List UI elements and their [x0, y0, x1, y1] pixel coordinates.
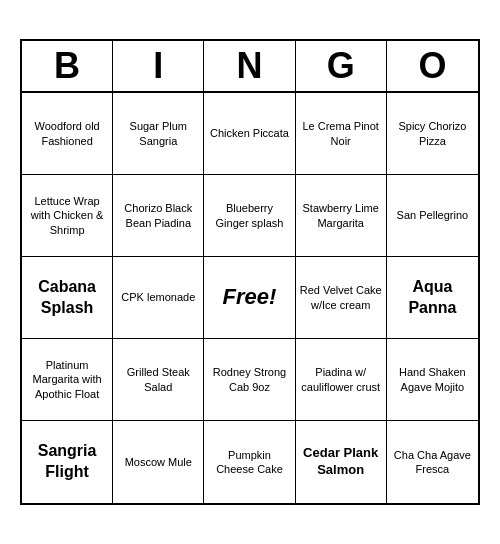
header-letter-b: B	[22, 41, 113, 91]
bingo-cell-16: Grilled Steak Salad	[113, 339, 204, 421]
bingo-cell-2: Chicken Piccata	[204, 93, 295, 175]
bingo-cell-19: Hand Shaken Agave Mojito	[387, 339, 478, 421]
bingo-cell-23: Cedar Plank Salmon	[296, 421, 387, 503]
bingo-cell-17: Rodney Strong Cab 9oz	[204, 339, 295, 421]
bingo-card: BINGO Woodford old FashionedSugar Plum S…	[20, 39, 480, 505]
bingo-cell-8: Stawberry Lime Margarita	[296, 175, 387, 257]
header-letter-n: N	[204, 41, 295, 91]
bingo-cell-13: Red Velvet Cake w/Ice cream	[296, 257, 387, 339]
bingo-cell-15: Platinum Margarita with Apothic Float	[22, 339, 113, 421]
bingo-cell-5: Lettuce Wrap with Chicken & Shrimp	[22, 175, 113, 257]
bingo-cell-20: Sangria Flight	[22, 421, 113, 503]
header-letter-i: I	[113, 41, 204, 91]
bingo-header: BINGO	[22, 41, 478, 93]
bingo-cell-10: Cabana Splash	[22, 257, 113, 339]
bingo-cell-1: Sugar Plum Sangria	[113, 93, 204, 175]
bingo-cell-21: Moscow Mule	[113, 421, 204, 503]
bingo-grid: Woodford old FashionedSugar Plum Sangria…	[22, 93, 478, 503]
header-letter-g: G	[296, 41, 387, 91]
bingo-cell-24: Cha Cha Agave Fresca	[387, 421, 478, 503]
bingo-cell-11: CPK lemonade	[113, 257, 204, 339]
bingo-cell-4: Spicy Chorizo Pizza	[387, 93, 478, 175]
bingo-cell-12: Free!	[204, 257, 295, 339]
bingo-cell-14: Aqua Panna	[387, 257, 478, 339]
bingo-cell-9: San Pellegrino	[387, 175, 478, 257]
bingo-cell-18: Piadina w/ cauliflower crust	[296, 339, 387, 421]
bingo-cell-22: Pumpkin Cheese Cake	[204, 421, 295, 503]
bingo-cell-6: Chorizo Black Bean Piadina	[113, 175, 204, 257]
bingo-cell-0: Woodford old Fashioned	[22, 93, 113, 175]
header-letter-o: O	[387, 41, 478, 91]
bingo-cell-7: Blueberry Ginger splash	[204, 175, 295, 257]
bingo-cell-3: Le Crema Pinot Noir	[296, 93, 387, 175]
